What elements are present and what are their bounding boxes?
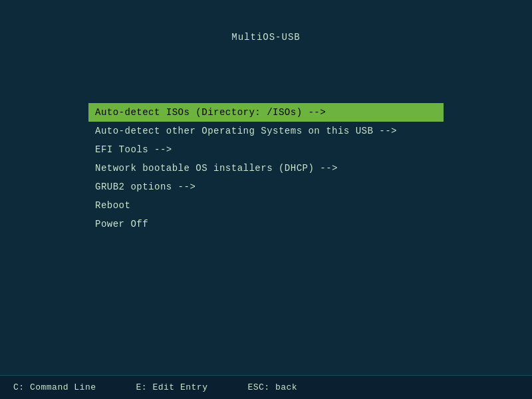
menu-item-auto-detect-os[interactable]: Auto-detect other Operating Systems on t… bbox=[88, 122, 444, 140]
status-item-c: C: Command Line bbox=[13, 382, 96, 392]
menu-item-efi-tools[interactable]: EFI Tools --> bbox=[88, 140, 444, 159]
menu-item-reboot[interactable]: Reboot bbox=[88, 196, 444, 215]
menu-item-power-off[interactable]: Power Off bbox=[88, 215, 444, 233]
menu-container: Auto-detect ISOs (Directory: /ISOs) -->A… bbox=[88, 103, 444, 233]
menu-item-network-boot[interactable]: Network bootable OS installers (DHCP) --… bbox=[88, 159, 444, 178]
status-item-esc: ESC: back bbox=[247, 382, 297, 392]
menu-item-grub2-options[interactable]: GRUB2 options --> bbox=[88, 178, 444, 196]
menu-item-auto-detect-isos[interactable]: Auto-detect ISOs (Directory: /ISOs) --> bbox=[88, 103, 444, 122]
status-item-e: E: Edit Entry bbox=[136, 382, 208, 392]
status-bar: C: Command LineE: Edit EntryESC: back bbox=[0, 375, 532, 399]
app-title: MultiOS-USB bbox=[0, 0, 532, 43]
